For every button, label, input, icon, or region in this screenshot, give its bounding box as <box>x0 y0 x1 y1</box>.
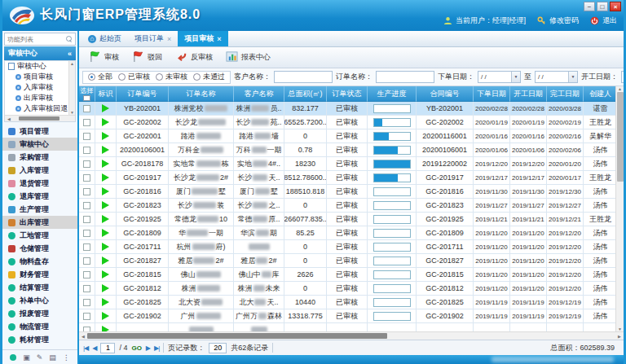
row-checkbox[interactable] <box>83 230 90 237</box>
tree-item-入库审核回退[interactable]: 入库审核回退 <box>5 103 75 114</box>
row-checkbox[interactable] <box>83 160 90 168</box>
sidebar-item-采购管理[interactable]: 采购管理 <box>2 151 77 164</box>
table-row[interactable]: GC-201917长沙龙2#长沙天..8512.78600..已审核GC-201… <box>79 171 615 185</box>
book-icon[interactable]: ▤ <box>49 353 56 362</box>
radio-全部[interactable]: 全部 <box>88 72 112 82</box>
column-header-生产进度[interactable]: 生产进度 <box>368 86 417 102</box>
tree-item-项目审核[interactable]: 项目审核 <box>5 72 75 82</box>
cart-icon[interactable]: ▣ <box>23 353 30 362</box>
last-page-button[interactable]: ▶| <box>154 344 159 352</box>
row-checkbox[interactable] <box>83 285 90 292</box>
collapse-icon[interactable]: « <box>68 50 72 58</box>
customer-name-input[interactable] <box>274 71 333 83</box>
order-date-from-picker[interactable]: / /▼ <box>478 71 521 83</box>
change-password-button[interactable]: 修改密码 <box>537 15 579 26</box>
tree-horizontal-scrollbar[interactable]: ◀ <box>5 115 75 121</box>
sidebar-item-出库管理[interactable]: 出库管理 <box>2 216 77 229</box>
column-header-标识[interactable]: 标识 <box>95 86 117 102</box>
sidebar-item-耗材管理[interactable]: 耗材管理 <box>2 333 77 346</box>
function-search-input[interactable] <box>5 36 66 43</box>
table-row[interactable]: GC-201816厦门墅厦门墅188510.818已审核GC-201816201… <box>79 185 615 199</box>
审核-button[interactable]: 审核 <box>83 49 125 66</box>
tree-root[interactable]: 审核中心 <box>5 61 75 72</box>
column-header-选择[interactable]: 选择 <box>79 86 95 102</box>
tree-item-入库审核[interactable]: 入库审核 <box>5 82 75 93</box>
row-checkbox[interactable] <box>83 133 90 140</box>
table-row[interactable]: GC-201825北大资北大天..10440已审核GC-2018252019/1… <box>79 296 615 309</box>
row-checkbox[interactable] <box>83 119 90 126</box>
radio-已审核[interactable]: 已审核 <box>118 72 150 82</box>
sidebar-item-入库管理[interactable]: 入库管理 <box>2 164 77 177</box>
column-header-订单编号[interactable]: 订单编号 <box>117 86 169 102</box>
sidebar-item-退库管理[interactable]: 退库管理 <box>2 190 77 203</box>
column-header-订单状态[interactable]: 订单状态 <box>327 86 368 102</box>
tree-vertical-scrollbar[interactable]: ▲▼ <box>68 61 75 115</box>
驳回-button[interactable]: 驳回 <box>126 49 168 66</box>
table-row[interactable]: GC-201925常德龙10常德原..266077.835..已审核GC-201… <box>79 213 615 226</box>
more-icon[interactable]: ⋮ <box>63 353 70 362</box>
column-header-开工日期[interactable]: 开工日期 <box>510 86 547 102</box>
table-row[interactable]: GC-201827雅居2#雅居2#0已审核GC-2018272019/11/20… <box>79 254 615 268</box>
row-checkbox[interactable] <box>83 188 90 195</box>
table-row[interactable]: GC-201711杭州府)0已审核GC-2017112019/11/202019… <box>79 240 615 254</box>
table-row[interactable]: GC-201902广州广州万森林13318.775已审核GC-201902201… <box>79 309 615 323</box>
logout-button[interactable]: 退出 <box>590 15 617 26</box>
table-row[interactable]: GC-201823长沙装长沙之..0已审核GC-2018232019/11/27… <box>79 199 615 213</box>
page-number-input[interactable] <box>100 343 115 353</box>
select-all-checkbox[interactable] <box>83 95 90 101</box>
table-row[interactable]: GC-201812株洲株洲未来0已审核GC-2018122019/11/2020… <box>79 282 615 296</box>
row-checkbox[interactable] <box>83 105 90 112</box>
table-row[interactable]: GC-201809华一期华滨期85.25已审核GC-2018092019/11/… <box>79 226 615 240</box>
row-checkbox[interactable] <box>83 271 90 278</box>
column-header-完工日期[interactable]: 完工日期 <box>547 86 584 102</box>
pen-icon[interactable]: ✎ <box>37 353 43 362</box>
table-row[interactable]: GC-202002长沙龙长沙苑..65525.7200..已审核GC-20200… <box>79 116 615 129</box>
sidebar-item-项目管理[interactable]: 项目管理 <box>2 125 77 138</box>
table-row[interactable]: 20200106001万科金万科一期0.78已审核202001060012020… <box>79 143 615 157</box>
sidebar-item-报废管理[interactable]: 报废管理 <box>2 307 77 320</box>
radio-未通过[interactable]: 未通过 <box>193 72 225 82</box>
column-header-下单日期[interactable]: 下单日期 <box>474 86 510 102</box>
table-row[interactable]: GC-202001路港路港墙0已审核202001160012020/01/162… <box>79 129 615 143</box>
table-row[interactable]: YB-202001株洲党校株洲员..832.177已审核YB-202001202… <box>79 102 615 116</box>
order-date-to-picker[interactable]: / /▼ <box>535 71 578 83</box>
go-button[interactable]: GO <box>131 344 141 352</box>
start-date-picker[interactable]: / /▼ <box>621 71 624 83</box>
minimize-button[interactable]: − <box>584 2 595 11</box>
table-row[interactable]: GC-201815佛山佛山中库2626已审核GC-2018152019/11/2… <box>79 268 615 282</box>
sidebar-item-退货管理[interactable]: 退货管理 <box>2 177 77 190</box>
prev-page-button[interactable]: ◀ <box>92 344 96 352</box>
vertical-scrollbar[interactable]: ▲ ▼ <box>615 86 624 331</box>
first-page-button[interactable]: |◀ <box>83 344 88 352</box>
sidebar-item-审核中心[interactable]: 审核中心 <box>2 138 77 151</box>
sidebar-item-结算管理[interactable]: 结算管理 <box>2 281 77 294</box>
sidebar-item-物料盘存[interactable]: 物料盘存 <box>2 255 77 268</box>
sidebar-item-工地管理[interactable]: 工地管理 <box>2 229 77 242</box>
table-row[interactable]: GC-2018178实地常栋实地4#..18230已审核201912200022… <box>79 157 615 171</box>
row-checkbox[interactable] <box>83 147 90 154</box>
page-size-input[interactable] <box>209 343 227 353</box>
sidebar-item-补单中心[interactable]: 补单中心 <box>2 294 77 307</box>
报表中心-button[interactable]: 报表中心 <box>220 49 276 66</box>
close-button[interactable]: × <box>610 2 621 11</box>
tab-close-icon[interactable]: × <box>217 35 221 43</box>
table-row[interactable] <box>79 323 615 331</box>
反审核-button[interactable]: 反审核 <box>170 49 218 66</box>
horizontal-scrollbar[interactable]: ◀ ▶ <box>79 331 624 340</box>
row-checkbox[interactable] <box>83 174 90 182</box>
order-name-input[interactable] <box>376 71 434 83</box>
tab-close-icon[interactable]: × <box>167 35 171 43</box>
next-page-button[interactable]: ▶ <box>146 344 150 352</box>
sidebar-item-生产管理[interactable]: 生产管理 <box>2 203 77 216</box>
tree-item-出库审核[interactable]: 出库审核 <box>5 93 75 103</box>
sidebar-item-物流管理[interactable]: 物流管理 <box>2 320 77 333</box>
row-checkbox[interactable] <box>83 299 90 306</box>
column-header-订单名称[interactable]: 订单名称 <box>169 86 234 102</box>
maximize-button[interactable]: □ <box>597 2 608 11</box>
tab-起始页[interactable]: ⌂起始页 <box>82 31 128 46</box>
tab-项目审核[interactable]: 项目审核× <box>178 31 227 46</box>
row-checkbox[interactable] <box>83 202 90 209</box>
sidebar-item-仓储管理[interactable]: 仓储管理 <box>2 242 77 255</box>
row-checkbox[interactable] <box>83 313 90 320</box>
sidebar-item-财务管理[interactable]: 财务管理 <box>2 268 77 281</box>
